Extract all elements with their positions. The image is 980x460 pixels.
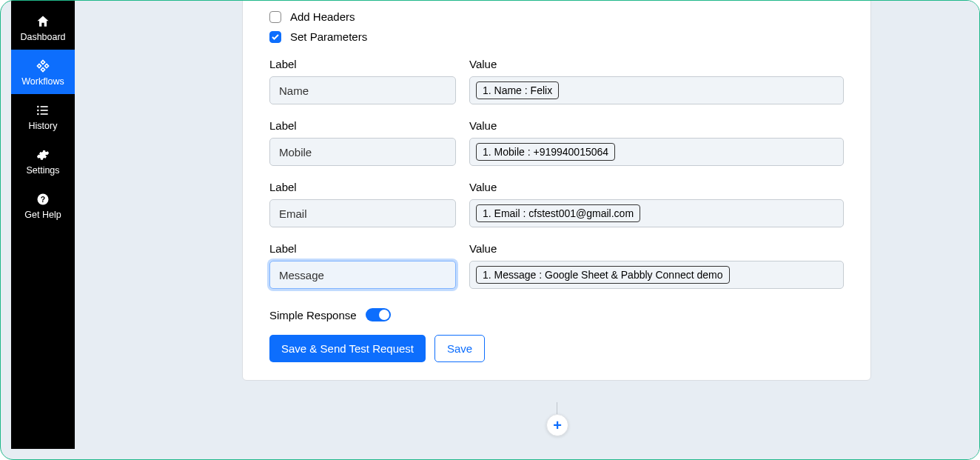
action-card: Add Headers Set Parameters Label Value 1…: [242, 1, 871, 381]
list-icon: [36, 103, 50, 118]
add-headers-label: Add Headers: [290, 10, 355, 23]
save-send-test-request-button[interactable]: Save & Send Test Request: [269, 335, 426, 362]
add-headers-checkbox[interactable]: [269, 11, 281, 23]
value-header: Value: [469, 119, 844, 132]
svg-rect-4: [41, 110, 48, 111]
save-button[interactable]: Save: [434, 335, 485, 362]
svg-point-0: [37, 106, 39, 108]
svg-rect-5: [41, 113, 48, 115]
sidebar-item-get-help[interactable]: ? Get Help: [11, 183, 75, 227]
sidebar-item-label: Dashboard: [20, 32, 65, 42]
value-chip: 1. Name : Felix: [476, 81, 559, 99]
value-chip: 1. Message : Google Sheet & Pabbly Conne…: [476, 266, 730, 284]
value-header: Value: [469, 242, 844, 255]
param-label-input-2[interactable]: [269, 199, 456, 227]
canvas-area: Add Headers Set Parameters Label Value 1…: [75, 1, 979, 459]
param-value-box-2[interactable]: 1. Email : cfstest001@gmail.com: [469, 199, 844, 227]
param-label-input-3[interactable]: [269, 261, 456, 289]
sidebar-item-label: History: [29, 121, 58, 131]
toggle-knob: [379, 310, 389, 320]
sidebar-item-dashboard[interactable]: Dashboard: [11, 5, 75, 50]
add-step-button[interactable]: +: [546, 414, 568, 436]
gear-icon: [36, 147, 50, 162]
svg-text:?: ?: [41, 195, 45, 204]
workflows-icon: [36, 59, 50, 73]
set-parameters-checkbox[interactable]: [269, 31, 281, 43]
sidebar-item-settings[interactable]: Settings: [11, 139, 75, 183]
svg-rect-3: [41, 106, 48, 107]
label-header: Label: [269, 242, 456, 255]
sidebar-item-label: Settings: [26, 165, 59, 176]
label-header: Label: [269, 58, 456, 70]
help-icon: ?: [36, 192, 50, 207]
set-parameters-label: Set Parameters: [290, 30, 367, 43]
svg-point-1: [37, 110, 39, 112]
label-header: Label: [269, 181, 456, 193]
plus-icon: +: [553, 417, 562, 434]
sidebar-item-workflows[interactable]: Workflows: [11, 50, 75, 94]
value-header: Value: [469, 58, 844, 70]
svg-point-2: [37, 113, 39, 116]
sidebar-item-history[interactable]: History: [11, 94, 75, 139]
param-label-input-0[interactable]: [269, 76, 456, 104]
param-value-box-1[interactable]: 1. Mobile : +919940015064: [469, 138, 844, 166]
value-chip: 1. Email : cfstest001@gmail.com: [476, 204, 640, 222]
param-value-box-3[interactable]: 1. Message : Google Sheet & Pabbly Conne…: [469, 261, 844, 289]
value-header: Value: [469, 181, 844, 193]
simple-response-label: Simple Response: [269, 309, 357, 321]
sidebar-item-label: Get Help: [24, 210, 61, 220]
sidebar: Dashboard Workflows History Settings ? G…: [11, 1, 75, 449]
param-label-input-1[interactable]: [269, 138, 456, 166]
sidebar-item-label: Workflows: [21, 76, 64, 87]
simple-response-toggle[interactable]: [366, 308, 391, 321]
label-header: Label: [269, 119, 456, 132]
home-icon: [36, 14, 50, 29]
param-value-box-0[interactable]: 1. Name : Felix: [469, 76, 844, 104]
value-chip: 1. Mobile : +919940015064: [476, 143, 615, 161]
